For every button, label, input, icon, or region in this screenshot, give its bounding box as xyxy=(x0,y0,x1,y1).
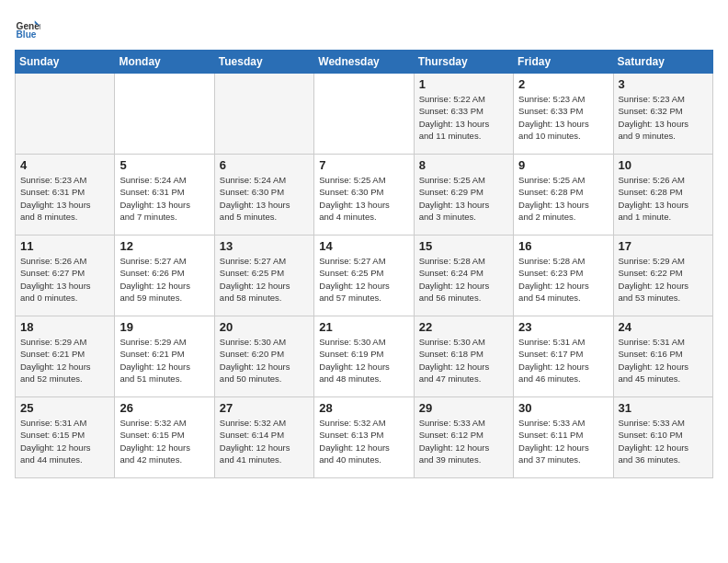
calendar-day-9: 9Sunrise: 5:25 AM Sunset: 6:28 PM Daylig… xyxy=(514,155,613,236)
day-info: Sunrise: 5:29 AM Sunset: 6:21 PM Dayligh… xyxy=(20,336,109,385)
day-info: Sunrise: 5:25 AM Sunset: 6:29 PM Dayligh… xyxy=(419,174,508,223)
day-info: Sunrise: 5:24 AM Sunset: 6:31 PM Dayligh… xyxy=(119,174,209,223)
calendar-week-row: 25Sunrise: 5:31 AM Sunset: 6:15 PM Dayli… xyxy=(16,397,713,478)
header: General Blue xyxy=(15,15,713,40)
logo-icon: General Blue xyxy=(15,15,40,40)
day-number: 27 xyxy=(220,401,309,415)
day-number: 24 xyxy=(619,320,708,334)
day-info: Sunrise: 5:26 AM Sunset: 6:28 PM Dayligh… xyxy=(619,174,708,223)
calendar-day-22: 22Sunrise: 5:30 AM Sunset: 6:18 PM Dayli… xyxy=(414,316,513,397)
day-number: 1 xyxy=(419,77,508,91)
day-number: 6 xyxy=(220,158,309,172)
day-number: 17 xyxy=(619,239,708,253)
day-info: Sunrise: 5:22 AM Sunset: 6:33 PM Dayligh… xyxy=(419,93,508,142)
calendar-day-21: 21Sunrise: 5:30 AM Sunset: 6:19 PM Dayli… xyxy=(314,316,414,397)
calendar-week-row: 18Sunrise: 5:29 AM Sunset: 6:21 PM Dayli… xyxy=(16,316,713,397)
calendar-day-24: 24Sunrise: 5:31 AM Sunset: 6:16 PM Dayli… xyxy=(613,316,712,397)
calendar-day-empty xyxy=(314,74,414,155)
day-number: 25 xyxy=(20,401,109,415)
day-info: Sunrise: 5:31 AM Sunset: 6:16 PM Dayligh… xyxy=(619,336,708,385)
day-number: 14 xyxy=(319,239,408,253)
day-number: 31 xyxy=(619,401,708,415)
calendar-week-row: 4Sunrise: 5:23 AM Sunset: 6:31 PM Daylig… xyxy=(16,155,713,236)
day-info: Sunrise: 5:27 AM Sunset: 6:25 PM Dayligh… xyxy=(220,255,309,304)
calendar-day-2: 2Sunrise: 5:23 AM Sunset: 6:33 PM Daylig… xyxy=(514,74,613,155)
calendar-day-25: 25Sunrise: 5:31 AM Sunset: 6:15 PM Dayli… xyxy=(16,397,115,478)
day-number: 5 xyxy=(119,158,209,172)
day-number: 21 xyxy=(319,320,408,334)
day-info: Sunrise: 5:28 AM Sunset: 6:23 PM Dayligh… xyxy=(518,255,608,304)
calendar-day-10: 10Sunrise: 5:26 AM Sunset: 6:28 PM Dayli… xyxy=(613,155,712,236)
day-number: 3 xyxy=(619,77,708,91)
day-info: Sunrise: 5:33 AM Sunset: 6:12 PM Dayligh… xyxy=(419,417,508,465)
day-info: Sunrise: 5:25 AM Sunset: 6:28 PM Dayligh… xyxy=(518,174,608,223)
day-info: Sunrise: 5:29 AM Sunset: 6:21 PM Dayligh… xyxy=(119,336,209,385)
day-number: 30 xyxy=(518,401,608,415)
calendar-day-12: 12Sunrise: 5:27 AM Sunset: 6:26 PM Dayli… xyxy=(115,236,214,316)
calendar-day-4: 4Sunrise: 5:23 AM Sunset: 6:31 PM Daylig… xyxy=(16,155,115,236)
weekday-header-tuesday: Tuesday xyxy=(214,51,313,74)
day-info: Sunrise: 5:23 AM Sunset: 6:33 PM Dayligh… xyxy=(518,93,608,142)
calendar-day-7: 7Sunrise: 5:25 AM Sunset: 6:30 PM Daylig… xyxy=(314,155,414,236)
day-number: 26 xyxy=(119,401,209,415)
calendar-day-27: 27Sunrise: 5:32 AM Sunset: 6:14 PM Dayli… xyxy=(214,397,313,478)
day-info: Sunrise: 5:32 AM Sunset: 6:14 PM Dayligh… xyxy=(220,417,309,465)
calendar-day-23: 23Sunrise: 5:31 AM Sunset: 6:17 PM Dayli… xyxy=(514,316,613,397)
calendar-day-29: 29Sunrise: 5:33 AM Sunset: 6:12 PM Dayli… xyxy=(414,397,513,478)
day-number: 8 xyxy=(419,158,508,172)
calendar-day-empty xyxy=(16,74,115,155)
day-info: Sunrise: 5:30 AM Sunset: 6:20 PM Dayligh… xyxy=(220,336,309,385)
day-number: 2 xyxy=(518,77,608,91)
calendar-day-18: 18Sunrise: 5:29 AM Sunset: 6:21 PM Dayli… xyxy=(16,316,115,397)
weekday-header-friday: Friday xyxy=(514,51,613,74)
weekday-header-row: SundayMondayTuesdayWednesdayThursdayFrid… xyxy=(16,51,713,74)
day-info: Sunrise: 5:29 AM Sunset: 6:22 PM Dayligh… xyxy=(619,255,708,304)
day-info: Sunrise: 5:30 AM Sunset: 6:19 PM Dayligh… xyxy=(319,336,408,385)
day-info: Sunrise: 5:23 AM Sunset: 6:31 PM Dayligh… xyxy=(20,174,109,223)
calendar-day-15: 15Sunrise: 5:28 AM Sunset: 6:24 PM Dayli… xyxy=(414,236,513,316)
day-number: 9 xyxy=(518,158,608,172)
calendar-day-5: 5Sunrise: 5:24 AM Sunset: 6:31 PM Daylig… xyxy=(115,155,214,236)
calendar-table: SundayMondayTuesdayWednesdayThursdayFrid… xyxy=(15,50,713,478)
day-info: Sunrise: 5:28 AM Sunset: 6:24 PM Dayligh… xyxy=(419,255,508,304)
calendar-week-row: 1Sunrise: 5:22 AM Sunset: 6:33 PM Daylig… xyxy=(16,74,713,155)
weekday-header-saturday: Saturday xyxy=(613,51,712,74)
day-number: 10 xyxy=(619,158,708,172)
day-info: Sunrise: 5:25 AM Sunset: 6:30 PM Dayligh… xyxy=(319,174,408,223)
svg-text:Blue: Blue xyxy=(17,29,37,40)
calendar-day-28: 28Sunrise: 5:32 AM Sunset: 6:13 PM Dayli… xyxy=(314,397,414,478)
calendar-day-8: 8Sunrise: 5:25 AM Sunset: 6:29 PM Daylig… xyxy=(414,155,513,236)
day-number: 22 xyxy=(419,320,508,334)
weekday-header-sunday: Sunday xyxy=(16,51,115,74)
calendar-day-empty xyxy=(214,74,313,155)
day-info: Sunrise: 5:27 AM Sunset: 6:26 PM Dayligh… xyxy=(119,255,209,304)
day-info: Sunrise: 5:30 AM Sunset: 6:18 PM Dayligh… xyxy=(419,336,508,385)
calendar-day-empty xyxy=(115,74,214,155)
day-number: 16 xyxy=(518,239,608,253)
weekday-header-thursday: Thursday xyxy=(414,51,513,74)
calendar-day-14: 14Sunrise: 5:27 AM Sunset: 6:25 PM Dayli… xyxy=(314,236,414,316)
day-info: Sunrise: 5:31 AM Sunset: 6:17 PM Dayligh… xyxy=(518,336,608,385)
day-number: 13 xyxy=(220,239,309,253)
day-number: 4 xyxy=(20,158,109,172)
calendar-day-11: 11Sunrise: 5:26 AM Sunset: 6:27 PM Dayli… xyxy=(16,236,115,316)
calendar-day-3: 3Sunrise: 5:23 AM Sunset: 6:32 PM Daylig… xyxy=(613,74,712,155)
day-info: Sunrise: 5:31 AM Sunset: 6:15 PM Dayligh… xyxy=(20,417,109,465)
weekday-header-monday: Monday xyxy=(115,51,214,74)
day-info: Sunrise: 5:33 AM Sunset: 6:10 PM Dayligh… xyxy=(619,417,708,465)
day-number: 19 xyxy=(119,320,209,334)
calendar-day-30: 30Sunrise: 5:33 AM Sunset: 6:11 PM Dayli… xyxy=(514,397,613,478)
calendar-day-1: 1Sunrise: 5:22 AM Sunset: 6:33 PM Daylig… xyxy=(414,74,513,155)
calendar-day-17: 17Sunrise: 5:29 AM Sunset: 6:22 PM Dayli… xyxy=(613,236,712,316)
logo: General Blue xyxy=(15,15,40,40)
calendar-day-16: 16Sunrise: 5:28 AM Sunset: 6:23 PM Dayli… xyxy=(514,236,613,316)
calendar-day-6: 6Sunrise: 5:24 AM Sunset: 6:30 PM Daylig… xyxy=(214,155,313,236)
day-number: 11 xyxy=(20,239,109,253)
day-number: 18 xyxy=(20,320,109,334)
day-info: Sunrise: 5:23 AM Sunset: 6:32 PM Dayligh… xyxy=(619,93,708,142)
day-number: 23 xyxy=(518,320,608,334)
day-info: Sunrise: 5:27 AM Sunset: 6:25 PM Dayligh… xyxy=(319,255,408,304)
calendar-day-19: 19Sunrise: 5:29 AM Sunset: 6:21 PM Dayli… xyxy=(115,316,214,397)
day-number: 15 xyxy=(419,239,508,253)
day-number: 7 xyxy=(319,158,408,172)
